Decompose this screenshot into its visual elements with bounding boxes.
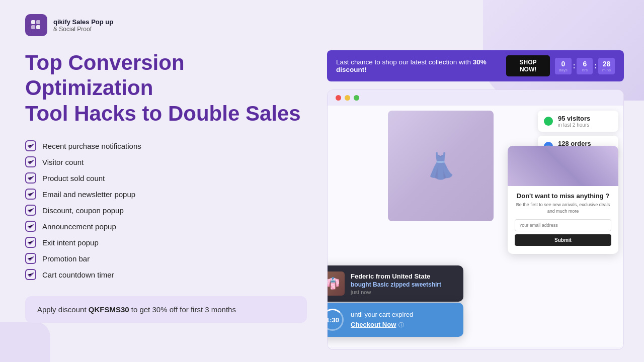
email-popup-submit[interactable]: Submit (515, 234, 611, 246)
check-icon (25, 205, 36, 216)
hero-title: Top Conversion Optimization Tool Hacks t… (25, 50, 307, 126)
browser-titlebar (328, 90, 623, 106)
logo-text: qikify Sales Pop up & Social Proof (53, 18, 113, 33)
check-icon (25, 221, 36, 232)
countdown-timer: 0 days : 6 hrs : 28 mins (555, 58, 615, 74)
shop-now-button[interactable]: SHOP NOW! (506, 55, 550, 76)
check-icon (25, 189, 36, 200)
purchase-notification: 👘 Federic from United State bought Basic… (327, 265, 463, 302)
countdown-days: 0 days (555, 58, 572, 74)
list-item: Product sold count (25, 172, 307, 184)
list-item: Exit intent popup (25, 237, 307, 248)
discount-prefix: Apply discount (37, 305, 89, 314)
email-popup-image (508, 146, 618, 186)
visitor-stat-card: 95 visitors in last 2 hours (538, 111, 618, 132)
check-icon (25, 237, 36, 248)
check-icon (25, 253, 36, 264)
list-item: Recent purchase notifications (25, 140, 307, 151)
discount-suffix: to get 30% off for first 3 months (129, 305, 236, 314)
header: qikify Sales Pop up & Social Proof (25, 14, 624, 36)
discount-banner: Apply discount QKFSMS30 to get 30% off f… (25, 296, 307, 323)
purchase-product: bought Basic zipped sweetshirt (351, 281, 441, 288)
visitor-stat-text: 95 visitors in last 2 hours (558, 115, 590, 128)
app-subtitle: & Social Proof (53, 26, 113, 33)
list-item: Discount, coupon popup (25, 205, 307, 216)
cart-popup-text: until your cart expired Checkout Now ⓘ (351, 311, 413, 329)
visitor-count: 95 visitors (558, 115, 590, 122)
cart-expiry-text: until your cart expired (351, 311, 413, 318)
list-item: Promotion bar (25, 253, 307, 264)
app-name: qikify Sales Pop up (53, 18, 113, 26)
promo-bar-right: SHOP NOW! 0 days : 6 hrs : 28 (506, 55, 615, 76)
check-icon (25, 172, 36, 184)
purchase-name: Federic from United State (351, 273, 441, 280)
svg-rect-1 (36, 20, 40, 24)
cart-checkout-link[interactable]: Checkout Now ⓘ (351, 320, 413, 329)
email-popup-input[interactable] (515, 219, 611, 231)
check-icon (25, 156, 36, 167)
cart-countdown-popup: 1:30 until your cart expired Checkout No… (327, 303, 463, 337)
visitor-sub: in last 2 hours (558, 122, 590, 128)
discount-code: QKFSMS30 (89, 305, 129, 314)
browser-content: 👗 95 visitors in last 2 hours 🛒 (328, 106, 623, 347)
logo (25, 14, 47, 36)
right-panel: Last chance to shop our latest collectio… (327, 50, 624, 350)
purchase-text: Federic from United State bought Basic z… (351, 273, 441, 295)
email-popup-body: Don't want to miss anything ? Be the fir… (508, 186, 618, 246)
list-item: Cart countdown timer (25, 269, 307, 280)
countdown-hours: 6 hrs (577, 58, 593, 74)
email-popup-subtitle: Be the first to see new arrivals, exclus… (515, 202, 611, 214)
left-panel: Top Conversion Optimization Tool Hacks t… (25, 50, 307, 350)
email-popup: Don't want to miss anything ? Be the fir… (508, 146, 618, 254)
promo-bar: Last chance to shop our latest collectio… (327, 50, 624, 81)
check-icon (25, 140, 36, 151)
countdown-minutes: 28 mins (598, 58, 615, 74)
cart-timer: 1:30 (327, 309, 344, 331)
browser-minimize-dot (345, 95, 350, 101)
visitor-status-dot (544, 117, 553, 126)
browser-mockup: 👗 95 visitors in last 2 hours 🛒 (327, 89, 624, 350)
browser-close-dot (336, 95, 341, 101)
promo-bar-text: Last chance to shop our latest collectio… (336, 58, 506, 73)
browser-maximize-dot (354, 95, 359, 101)
purchase-time: just now (351, 289, 441, 295)
svg-rect-0 (31, 20, 35, 24)
product-image: 👗 (388, 111, 494, 221)
feature-list: Recent purchase notifications Visitor co… (25, 140, 307, 280)
purchase-product-image: 👘 (327, 272, 345, 296)
check-icon (25, 269, 36, 280)
svg-rect-2 (31, 25, 35, 29)
list-item: Announcement popup (25, 221, 307, 232)
list-item: Email and newsletter popup (25, 189, 307, 200)
svg-rect-3 (36, 25, 40, 29)
list-item: Visitor count (25, 156, 307, 167)
email-popup-title: Don't want to miss anything ? (515, 192, 611, 200)
